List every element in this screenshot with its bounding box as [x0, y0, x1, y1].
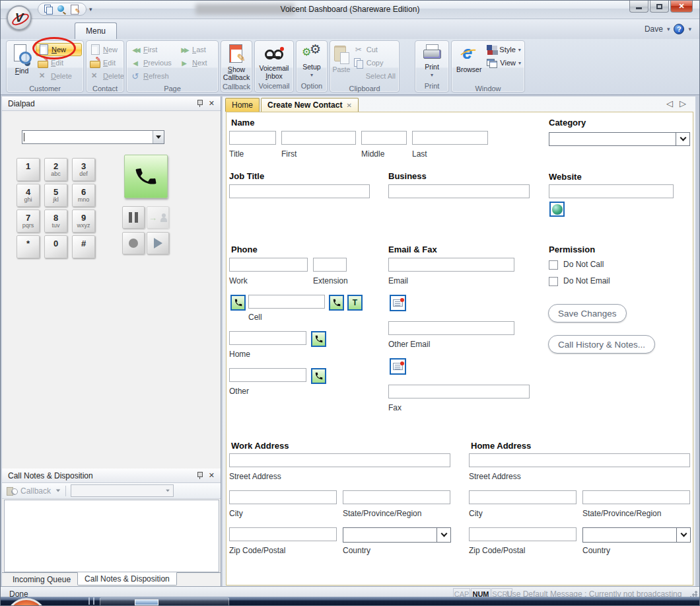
home-country-select[interactable] — [582, 527, 691, 543]
work-state-field[interactable] — [343, 490, 450, 504]
callback-dropdown-icon[interactable] — [56, 490, 60, 492]
email-field[interactable] — [388, 258, 514, 272]
show-callback-button[interactable]: Show Callback — [223, 42, 250, 81]
home-street-field[interactable] — [469, 453, 690, 467]
copy-button[interactable]: Copy — [351, 56, 398, 69]
user-menu[interactable]: Dave — [645, 24, 663, 34]
delete-customer-button[interactable]: Delete — [36, 69, 82, 83]
work-zip-field[interactable] — [229, 527, 337, 541]
browser-button[interactable]: e Browser — [453, 42, 485, 83]
other-phone-field[interactable] — [229, 368, 306, 382]
combobox-dropdown-button[interactable] — [153, 131, 164, 143]
tab-call-notes-disposition[interactable]: Call Notes & Disposition — [77, 572, 177, 586]
page-refresh-button[interactable]: ↺ Refresh — [128, 69, 177, 83]
scroll-tabs-right-icon[interactable]: ▷ — [680, 98, 686, 108]
save-changes-button[interactable]: Save Changes — [548, 304, 627, 322]
dialpad-key-1[interactable]: 1 — [17, 158, 40, 181]
home-state-field[interactable] — [582, 490, 690, 504]
setup-button[interactable]: ⚙⚙ Setup ▾ — [298, 42, 326, 81]
call-work-button[interactable] — [230, 295, 246, 311]
select-all-button[interactable]: Select All — [351, 69, 398, 83]
find-customer-button[interactable]: Find — [8, 42, 36, 83]
dialpad-key-8[interactable]: 8tuv — [44, 209, 67, 233]
new-contact-button[interactable]: New — [88, 43, 126, 56]
home-phone-field[interactable] — [229, 331, 306, 345]
close-panel-icon[interactable]: ✕ — [209, 99, 215, 108]
send-other-email-button[interactable] — [390, 358, 406, 375]
work-city-field[interactable] — [229, 490, 337, 504]
do-not-email-checkbox[interactable] — [549, 277, 558, 286]
extension-field[interactable] — [313, 258, 347, 272]
callback-button[interactable]: Callback — [7, 486, 51, 496]
scroll-tabs-left-icon[interactable]: ◁ — [666, 98, 673, 108]
pin-icon[interactable] — [197, 100, 203, 107]
edit-customer-button[interactable]: Edit — [36, 56, 82, 69]
website-field[interactable] — [549, 184, 674, 198]
taskbar-app-logo[interactable] — [6, 598, 47, 605]
home-zip-field[interactable] — [469, 527, 577, 541]
dialpad-key-3[interactable]: 3def — [72, 158, 95, 181]
pause-button[interactable] — [122, 206, 145, 229]
call-button[interactable] — [124, 155, 168, 198]
style-button[interactable]: Style ▾ — [485, 43, 523, 56]
help-icon[interactable]: ? — [674, 24, 684, 34]
page-next-button[interactable]: ▶ Next — [177, 56, 217, 69]
first-name-field[interactable] — [281, 131, 356, 145]
tab-menu[interactable]: Menu — [75, 22, 117, 39]
cut-button[interactable]: ✂ Cut — [351, 43, 398, 56]
transfer-button[interactable]: → — [147, 206, 169, 229]
dialpad-key-9[interactable]: 9wxyz — [72, 209, 95, 233]
category-select[interactable] — [549, 132, 690, 146]
dialpad-key-0[interactable]: 0 — [44, 235, 67, 258]
tab-home[interactable]: Home — [225, 98, 260, 112]
dialpad-key-2[interactable]: 2abc — [44, 158, 67, 181]
do-not-call-checkbox[interactable] — [549, 260, 558, 270]
call-cell-button[interactable] — [329, 295, 344, 311]
new-customer-button[interactable]: New — [36, 43, 82, 56]
paste-button[interactable]: Paste — [332, 42, 351, 83]
page-first-button[interactable]: ◀◀ First — [128, 43, 177, 56]
fax-field[interactable] — [388, 385, 530, 398]
play-button[interactable] — [147, 232, 169, 254]
dialpad-key-star[interactable]: * — [17, 235, 40, 258]
view-button[interactable]: View ▾ — [485, 56, 523, 69]
phone-number-combobox[interactable] — [22, 130, 164, 144]
maximize-button[interactable] — [650, 1, 669, 13]
title-field[interactable] — [229, 131, 276, 145]
app-menu-button[interactable]: V — [7, 5, 32, 30]
call-other-button[interactable] — [311, 368, 326, 384]
call-notes-editor[interactable] — [4, 500, 219, 572]
send-email-button[interactable] — [390, 295, 406, 311]
middle-name-field[interactable] — [361, 131, 407, 145]
work-street-field[interactable] — [229, 453, 450, 467]
voicemail-inbox-button[interactable]: Voicemail Inbox — [256, 42, 292, 81]
send-text-button[interactable]: T — [347, 295, 363, 311]
close-tab-icon[interactable]: ✕ — [346, 102, 351, 109]
call-home-button[interactable] — [311, 331, 326, 347]
last-name-field[interactable] — [412, 131, 488, 145]
close-button[interactable]: ✕ — [670, 1, 693, 13]
pin-icon[interactable] — [197, 472, 203, 479]
page-previous-button[interactable]: ◀ Previous — [128, 56, 177, 69]
dialpad-key-6[interactable]: 6mno — [72, 184, 95, 207]
business-field[interactable] — [388, 184, 530, 198]
minimize-button[interactable] — [629, 1, 648, 13]
home-city-field[interactable] — [469, 490, 577, 504]
print-button[interactable]: Print ▾ — [417, 42, 447, 81]
dialpad-key-5[interactable]: 5jkl — [44, 184, 67, 207]
edit-contact-button[interactable]: Edit — [88, 56, 126, 69]
tab-create-new-contact[interactable]: Create New Contact ✕ — [261, 98, 359, 112]
delete-contact-button[interactable]: Delete — [88, 69, 126, 83]
disposition-combobox[interactable] — [71, 484, 174, 497]
record-button[interactable] — [122, 232, 145, 254]
other-email-field[interactable] — [388, 321, 514, 335]
close-panel-icon[interactable]: ✕ — [209, 471, 215, 480]
open-website-button[interactable] — [549, 202, 565, 217]
taskbar-app-button[interactable] — [100, 597, 229, 605]
dialpad-key-7[interactable]: 7pqrs — [17, 209, 40, 233]
dialpad-key-pound[interactable]: # — [72, 235, 95, 258]
dialpad-key-4[interactable]: 4ghi — [17, 184, 40, 207]
cell-phone-field[interactable] — [248, 295, 325, 309]
work-country-select[interactable] — [343, 527, 451, 543]
page-last-button[interactable]: ▶▶ Last — [177, 43, 217, 56]
